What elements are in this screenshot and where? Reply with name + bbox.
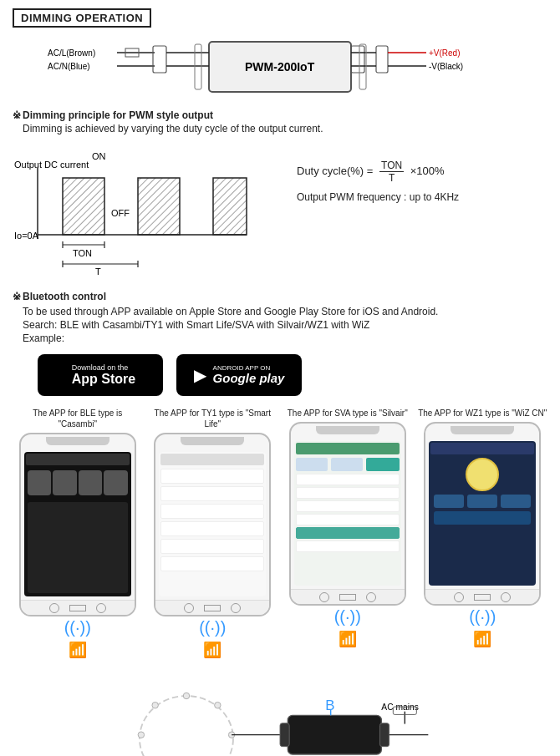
phone-smartlife-wifi: ((·)) (199, 618, 226, 637)
dimming-principle-text: Dimming principle for PWM style output D… (13, 109, 547, 134)
phone-casambi-caption: The APP for BLE type is "Casambi" (13, 408, 143, 429)
phone-wiz-frame (424, 422, 541, 606)
phone-smartlife-bt: 📶 (203, 641, 221, 659)
phone-smartlife-frame (154, 433, 271, 616)
svg-text:Output DC current: Output DC current (14, 160, 89, 170)
svg-rect-10 (351, 46, 364, 73)
phone-smartlife-screen (159, 452, 266, 596)
svg-point-47 (138, 732, 144, 738)
app-store-line1: Download on the (72, 363, 135, 372)
phone-silvair-caption: The APP for SVA type is "Silvair" (288, 408, 408, 419)
app-buttons-row: Download on the App Store ▶ ANDROID APP … (38, 354, 547, 396)
phone-wiz-wifi: ((·)) (469, 607, 496, 627)
app-store-button[interactable]: Download on the App Store (38, 354, 163, 396)
phone-casambi-frame (19, 433, 136, 616)
formula-suffix: ×100% (410, 165, 445, 177)
pwm-svg: Output DC current ON Io=0A OFF (13, 143, 263, 277)
svg-point-48 (152, 702, 158, 708)
svg-text:-V(Black): -V(Black) (429, 62, 463, 71)
bluetooth-section: Bluetooth control To be used through APP… (13, 291, 547, 344)
fraction: TON T (379, 160, 404, 185)
bt-search: Search: BLE with Casambi/TY1 with Smart … (13, 319, 547, 331)
bottom-diagram: LED Strip B AC mains (13, 672, 547, 756)
app-store-line2: App Store (72, 372, 135, 387)
pwm-waveform: Output DC current ON Io=0A OFF (13, 143, 280, 279)
svg-text:B: B (325, 698, 334, 713)
formula-prefix: Duty cycle(%) = (297, 165, 373, 177)
svg-text:AC/N(Blue): AC/N(Blue) (48, 62, 90, 71)
phone-casambi: The APP for BLE type is "Casambi" ((·)) (13, 408, 143, 659)
phone-smartlife: The APP for TY1 type is "Smart Life" ((·… (148, 408, 278, 659)
section-title: DIMMING OPERATION (13, 8, 151, 28)
dimming-title: Dimming principle for PWM style output (13, 109, 547, 121)
phone-silvair-wifi: ((·)) (334, 607, 361, 627)
svg-point-42 (215, 702, 221, 708)
phone-silvair-screen (294, 441, 401, 586)
wiring-diagram: AC/L(Brown) AC/N(Blue) PWM-200IoT +V(Red… (13, 38, 547, 96)
duty-cycle-formula: Duty cycle(%) = TON T ×100% (297, 160, 547, 185)
phones-row: The APP for BLE type is "Casambi" ((·)) (13, 408, 547, 659)
svg-rect-51 (288, 715, 381, 754)
phone-silvair: The APP for SVA type is "Silvair" (283, 408, 413, 648)
svg-text:PWM-200IoT: PWM-200IoT (245, 60, 315, 74)
svg-rect-4 (153, 46, 166, 73)
phone-silvair-bt: 📶 (339, 630, 357, 648)
svg-text:Io=0A: Io=0A (14, 231, 39, 241)
google-play-button[interactable]: ▶ ANDROID APP ON Google play (176, 354, 302, 396)
svg-rect-29 (138, 178, 180, 235)
phone-wiz-caption: The APP for WZ1 type is "WiZ CN" (418, 408, 547, 419)
section-header: DIMMING OPERATION (13, 8, 547, 28)
svg-rect-21 (195, 44, 201, 89)
phone-casambi-screen (24, 452, 131, 596)
phone-wiz-bt: 📶 (473, 630, 491, 648)
bottom-svg: LED Strip B AC mains (113, 672, 447, 756)
svg-text:T: T (95, 266, 101, 277)
svg-text:ON: ON (92, 151, 106, 161)
formula-numerator: TON (379, 160, 404, 172)
svg-text:+V(Red): +V(Red) (429, 48, 461, 58)
svg-point-41 (183, 693, 189, 698)
phone-wiz: The APP for WZ1 type is "WiZ CN" (418, 408, 548, 648)
bt-description: To be used through APP available on Appl… (13, 306, 547, 317)
svg-text:OFF: OFF (111, 208, 130, 218)
phone-casambi-bt: 📶 (69, 641, 87, 659)
phone-casambi-wifi: ((·)) (64, 618, 91, 637)
app-store-text: Download on the App Store (72, 363, 135, 387)
pwm-formula: Duty cycle(%) = TON T ×100% Output PWM f… (280, 143, 547, 203)
svg-text:AC/L(Brown): AC/L(Brown) (48, 48, 95, 58)
dimming-description: Dimming is achieved by varying the duty … (13, 123, 547, 134)
svg-rect-13 (376, 46, 388, 73)
phone-wiz-screen (429, 441, 536, 586)
bt-example: Example: (13, 332, 547, 344)
bluetooth-title: Bluetooth control (13, 291, 547, 302)
google-play-text: ANDROID APP ON Google play (213, 364, 285, 386)
google-play-line2: Google play (213, 372, 285, 386)
phone-smartlife-caption: The APP for TY1 type is "Smart Life" (148, 408, 278, 429)
google-play-icon: ▶ (194, 365, 206, 385)
svg-text:TON: TON (73, 248, 92, 258)
svg-rect-53 (379, 723, 389, 747)
phone-silvair-frame (289, 422, 406, 606)
svg-rect-28 (63, 178, 104, 235)
freq-text: Output PWM frequency : up to 4KHz (297, 191, 547, 203)
svg-rect-20 (359, 44, 366, 89)
wiring-svg: AC/L(Brown) AC/N(Blue) PWM-200IoT +V(Red… (46, 38, 514, 96)
svg-rect-52 (280, 723, 289, 747)
formula-denominator: T (387, 172, 396, 184)
pwm-area: Output DC current ON Io=0A OFF (13, 143, 547, 279)
svg-rect-30 (213, 178, 247, 235)
